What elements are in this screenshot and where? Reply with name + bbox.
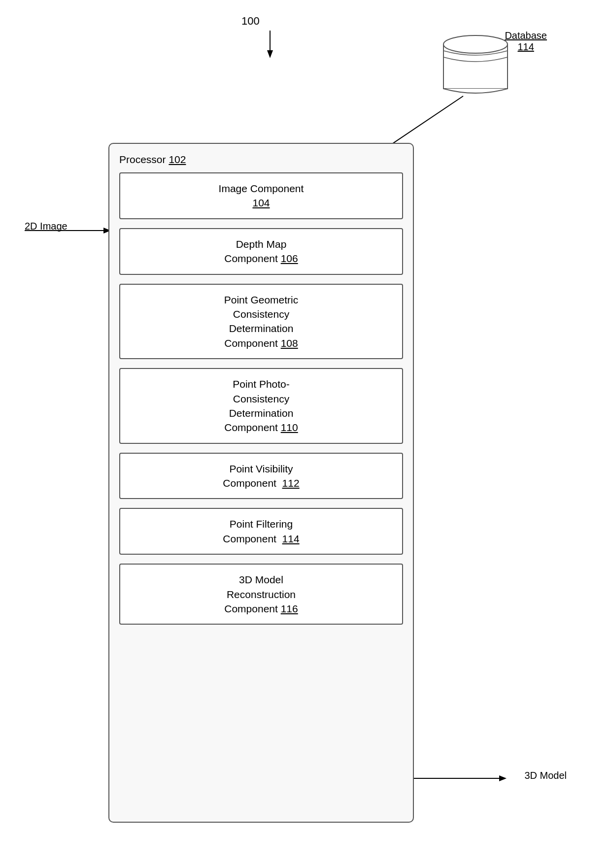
pf-component-box: Point Filtering Component 114 <box>119 508 403 555</box>
output-label: 3D Model <box>524 770 567 781</box>
pgc-number: 108 <box>281 337 298 349</box>
input-label: 2D Image <box>25 221 68 232</box>
pf-number: 114 <box>282 533 300 544</box>
processor-number: 102 <box>169 154 186 165</box>
3d-component-box: 3D Model Reconstruction Component 116 <box>119 564 403 625</box>
database-number: 114 <box>518 41 534 52</box>
diagram-number-label: 100 <box>241 15 260 28</box>
depth-map-number: 106 <box>281 253 298 264</box>
database-text: Database <box>505 30 547 41</box>
database-label: Database 114 <box>505 30 547 53</box>
depth-map-component-box: Depth Map Component 106 <box>119 228 403 275</box>
image-component-box: Image Component 104 <box>119 172 403 219</box>
image-component-number: 104 <box>252 197 270 208</box>
3d-number: 116 <box>281 603 298 614</box>
ppc-component-box: Point Photo- Consistency Determination C… <box>119 368 403 444</box>
svg-rect-8 <box>443 44 508 89</box>
processor-label: Processor 102 <box>119 154 403 166</box>
pv-number: 112 <box>282 477 300 489</box>
processor-box: Processor 102 Image Component 104 Depth … <box>108 143 414 823</box>
ppc-number: 110 <box>281 422 298 433</box>
svg-marker-7 <box>499 775 507 781</box>
svg-marker-1 <box>267 50 273 58</box>
pgc-component-box: Point Geometric Consistency Determinatio… <box>119 284 403 360</box>
svg-point-9 <box>443 35 508 53</box>
database-container: Database 114 <box>505 27 547 53</box>
pv-component-box: Point Visibility Component 112 <box>119 453 403 500</box>
